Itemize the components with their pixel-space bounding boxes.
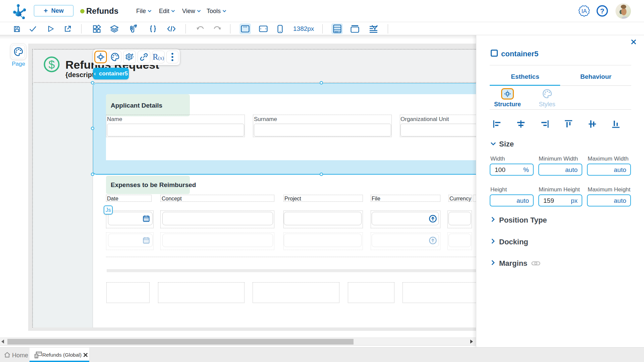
svg-text:?: ?	[600, 7, 604, 15]
svg-text:IA: IA	[581, 8, 587, 14]
